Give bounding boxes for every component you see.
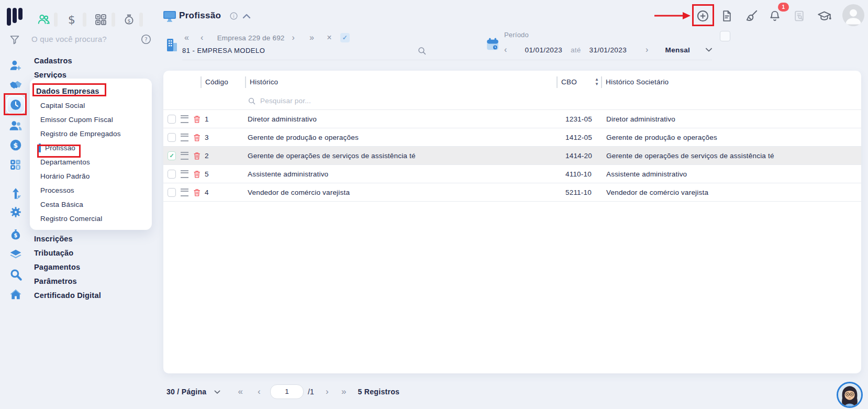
calculator-module-icon[interactable] bbox=[91, 10, 110, 29]
next-page-button[interactable]: › bbox=[326, 386, 329, 397]
table-row[interactable]: ✓ 3 Gerente de produção e operações 1412… bbox=[163, 128, 861, 147]
delete-icon[interactable] bbox=[193, 133, 201, 142]
next-company-button[interactable]: › bbox=[292, 33, 295, 42]
column-header-cbo[interactable]: CBO ▲▼ bbox=[557, 76, 601, 88]
info-icon[interactable]: i bbox=[229, 12, 238, 20]
table-row[interactable]: ✓ 4 Vendedor de comércio varejista 5211-… bbox=[163, 183, 861, 202]
gear-icon[interactable] bbox=[9, 205, 23, 219]
table-row[interactable]: ✓ 2 Gerente de operações de serviços de … bbox=[163, 147, 861, 165]
page-input[interactable]: 1 bbox=[270, 384, 304, 399]
sidebar-item[interactable]: Tributação bbox=[34, 246, 101, 260]
filter-icon[interactable] bbox=[9, 35, 20, 45]
moneybag-icon[interactable]: $ bbox=[9, 228, 23, 241]
total-pages: /1 bbox=[308, 388, 314, 396]
submenu-item[interactable]: Capital Social bbox=[30, 98, 152, 113]
delete-icon[interactable] bbox=[193, 170, 201, 179]
dollar-circle-icon[interactable]: $ bbox=[9, 138, 23, 152]
submenu-item[interactable]: Registro Comercial bbox=[30, 212, 152, 226]
column-header-codigo[interactable]: Código bbox=[201, 76, 245, 88]
svg-text:$: $ bbox=[14, 233, 17, 238]
handshake-icon[interactable] bbox=[9, 78, 23, 92]
last-company-button[interactable]: » bbox=[309, 33, 314, 42]
drag-handle-icon[interactable] bbox=[181, 170, 188, 178]
submenu-item[interactable]: Horário Padrão bbox=[30, 169, 152, 183]
period-start-date[interactable]: 01/01/2023 bbox=[525, 46, 563, 54]
column-header-historico-societario[interactable]: Histórico Societário bbox=[601, 76, 861, 88]
annotation-box-add-button bbox=[692, 4, 714, 26]
period-mode-select[interactable]: Mensal bbox=[665, 46, 691, 54]
user-settings-icon[interactable] bbox=[9, 59, 23, 72]
cell-cbo: 4110-10 bbox=[557, 170, 601, 178]
sort-icon[interactable]: ▲▼ bbox=[595, 77, 599, 86]
calculator-icon[interactable] bbox=[9, 158, 23, 172]
table-row[interactable]: ✓ 5 Assistente administrativo 4110-10 As… bbox=[163, 165, 861, 183]
per-page-select[interactable]: 30 / Página bbox=[166, 388, 206, 396]
submenu-item[interactable]: Processos bbox=[30, 183, 152, 197]
sidebar-item[interactable]: Inscrições bbox=[34, 232, 101, 246]
row-checkbox[interactable]: ✓ bbox=[168, 188, 176, 197]
sidebar-item[interactable]: Cadastros bbox=[34, 54, 72, 68]
separator bbox=[139, 13, 143, 27]
row-checkbox[interactable]: ✓ bbox=[168, 133, 176, 142]
dollar-module-icon[interactable]: $ bbox=[62, 10, 81, 29]
first-company-button[interactable]: « bbox=[184, 33, 189, 42]
row-checkbox[interactable]: ✓ bbox=[168, 115, 176, 124]
cell-cbo: 1231-05 bbox=[557, 115, 601, 123]
delete-icon[interactable] bbox=[193, 115, 201, 124]
moneybag-module-icon[interactable]: $ bbox=[119, 10, 138, 29]
separator bbox=[112, 13, 115, 27]
sidebar-search-input[interactable]: O que você procura? bbox=[31, 35, 107, 43]
broom-icon[interactable] bbox=[742, 6, 761, 25]
close-company-filter-icon[interactable]: × bbox=[327, 33, 332, 42]
graduation-cap-icon[interactable] bbox=[815, 6, 833, 25]
sidebar-item[interactable]: Parâmetros bbox=[34, 274, 101, 289]
document-icon[interactable] bbox=[717, 6, 736, 25]
users-icon[interactable] bbox=[9, 119, 23, 132]
row-actions: ✓ bbox=[163, 115, 201, 124]
drag-handle-icon[interactable] bbox=[181, 134, 188, 141]
prev-page-button[interactable]: ‹ bbox=[258, 386, 261, 397]
delete-icon[interactable] bbox=[193, 188, 201, 197]
prev-company-button[interactable]: ‹ bbox=[201, 33, 204, 42]
cell-codigo: 1 bbox=[201, 115, 245, 123]
drag-handle-icon[interactable] bbox=[181, 189, 188, 196]
table-search-input[interactable]: Pesquisar por... bbox=[245, 97, 557, 105]
home-icon[interactable] bbox=[9, 288, 23, 301]
row-checkbox[interactable]: ✓ bbox=[168, 170, 176, 179]
submenu-item[interactable]: Registro de Empregados bbox=[30, 127, 152, 141]
submenu-item[interactable]: Emissor Cupom Fiscal bbox=[30, 113, 152, 127]
svg-text:$: $ bbox=[13, 141, 18, 149]
submenu-item[interactable]: Cesta Básica bbox=[30, 197, 152, 212]
trending-up-icon[interactable] bbox=[9, 187, 23, 201]
last-page-button[interactable]: » bbox=[341, 386, 347, 397]
table-row[interactable]: ✓ 1 Diretor administrativo 1231-05 Diret… bbox=[163, 110, 861, 128]
search-icon[interactable] bbox=[9, 268, 23, 281]
row-checkbox[interactable]: ✓ bbox=[168, 151, 176, 160]
period-end-date[interactable]: 31/01/2023 bbox=[589, 46, 627, 54]
user-avatar[interactable] bbox=[842, 4, 864, 26]
column-header-historico[interactable]: Histórico bbox=[245, 76, 557, 88]
chevron-down-icon[interactable] bbox=[214, 390, 221, 395]
document-search-icon[interactable] bbox=[789, 6, 808, 25]
layers-icon[interactable] bbox=[9, 248, 23, 261]
people-module-icon[interactable] bbox=[35, 10, 53, 29]
sidebar-item[interactable]: Certificado Digital bbox=[34, 289, 101, 303]
drag-handle-icon[interactable] bbox=[181, 152, 188, 160]
prev-period-button[interactable]: ‹ bbox=[504, 45, 507, 54]
annotation-box-dados-empresas bbox=[32, 83, 106, 96]
first-page-button[interactable]: « bbox=[238, 386, 243, 397]
assistant-mascot-avatar[interactable] bbox=[837, 382, 863, 408]
delete-icon[interactable] bbox=[193, 151, 201, 160]
collapse-chevron-icon[interactable] bbox=[242, 13, 251, 19]
header-checkbox[interactable] bbox=[720, 31, 730, 41]
company-search-icon[interactable] bbox=[417, 46, 427, 56]
sidebar-item[interactable]: Pagamentos bbox=[34, 260, 101, 274]
next-period-button[interactable]: › bbox=[646, 45, 649, 54]
company-checkbox[interactable]: ✓ bbox=[340, 33, 350, 42]
drag-handle-icon[interactable] bbox=[181, 115, 188, 123]
help-icon[interactable]: ? bbox=[140, 34, 152, 45]
search-icon bbox=[248, 97, 256, 105]
app-logo[interactable] bbox=[7, 8, 24, 26]
cell-codigo: 4 bbox=[201, 189, 245, 196]
chevron-down-icon[interactable] bbox=[705, 47, 713, 53]
